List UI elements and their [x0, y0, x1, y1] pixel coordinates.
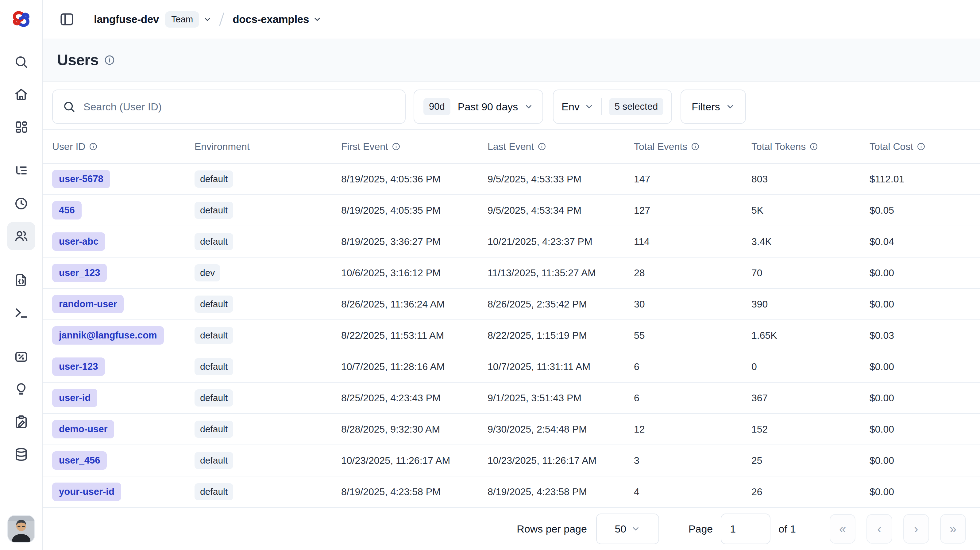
user-id-cell: user-5678 — [52, 170, 194, 188]
table-row[interactable]: your-user-id default 8/19/2025, 4:23:58 … — [43, 476, 980, 508]
user-id-badge[interactable]: user-5678 — [52, 170, 110, 188]
time-range-chip: 90d — [423, 98, 450, 115]
first-event-cell: 8/19/2025, 4:05:35 PM — [341, 205, 488, 216]
user-id-badge[interactable]: user-123 — [52, 357, 105, 376]
org-name[interactable]: langfuse-dev — [94, 13, 159, 25]
column-info-icon[interactable] — [917, 142, 925, 151]
user-id-badge[interactable]: user_456 — [52, 451, 107, 470]
user-id-badge[interactable]: your-user-id — [52, 483, 121, 501]
total-cost-cell: $0.00 — [870, 486, 980, 498]
sidebar-item-search[interactable] — [7, 48, 35, 76]
column-info-icon[interactable] — [538, 142, 546, 151]
column-header[interactable]: Total Events — [634, 141, 751, 152]
page-info-icon[interactable] — [104, 55, 115, 66]
user-id-badge[interactable]: user-id — [52, 389, 97, 407]
user-id-badge[interactable]: user_123 — [52, 264, 107, 282]
rows-per-page-select[interactable]: 50 — [596, 514, 659, 544]
sidebar-item-playground[interactable] — [7, 299, 35, 327]
user-id-badge[interactable]: 456 — [52, 201, 82, 220]
table-row[interactable]: 456 default 8/19/2025, 4:05:35 PM 9/5/20… — [43, 195, 980, 226]
sidebar-item-prompts[interactable] — [7, 266, 35, 294]
total-tokens-cell: 5K — [751, 205, 870, 216]
panel-left-icon — [59, 11, 75, 27]
sidebar-item-users[interactable] — [7, 222, 35, 250]
column-info-icon[interactable] — [691, 142, 700, 151]
total-tokens-cell: 152 — [751, 424, 870, 435]
user-id-badge[interactable]: user-abc — [52, 232, 105, 251]
page-label: Page — [689, 523, 713, 535]
environment-cell: default — [194, 170, 341, 188]
column-header-label: User ID — [52, 141, 85, 152]
total-cost-cell: $112.01 — [870, 174, 980, 185]
environment-badge: dev — [194, 264, 220, 281]
total-cost-cell: $0.00 — [870, 455, 980, 466]
environment-badge: default — [194, 233, 233, 250]
table-row[interactable]: user_456 default 10/23/2025, 11:26:17 AM… — [43, 445, 980, 476]
sidebar-item-tracing[interactable] — [7, 157, 35, 185]
total-cost-cell: $0.00 — [870, 267, 980, 279]
column-header[interactable]: Environment — [194, 141, 341, 152]
sidebar-item-annotation[interactable] — [7, 408, 35, 436]
app-root: langfuse-dev Team docs-examples Users 90… — [0, 0, 980, 550]
time-range-button[interactable]: 90d Past 90 days — [414, 90, 543, 124]
column-header[interactable]: User ID — [52, 141, 194, 152]
user-id-badge[interactable]: jannik@langfuse.com — [52, 326, 164, 345]
total-tokens-cell: 3.4K — [751, 236, 870, 247]
table-row[interactable]: user-5678 default 8/19/2025, 4:05:36 PM … — [43, 164, 980, 195]
last-event-cell: 9/1/2025, 3:51:43 PM — [488, 392, 634, 404]
column-header[interactable]: Total Cost — [870, 141, 980, 152]
filters-button[interactable]: Filters — [681, 90, 746, 124]
sidebar-item-scores[interactable] — [7, 343, 35, 371]
environment-filter-button[interactable]: Env 5 selected — [553, 90, 672, 124]
next-page-button[interactable]: › — [903, 514, 929, 544]
last-page-button[interactable]: » — [940, 514, 966, 544]
column-info-icon[interactable] — [392, 142, 400, 151]
chevron-down-icon[interactable] — [203, 15, 212, 24]
table-row[interactable]: user_123 dev 10/6/2025, 3:16:12 PM 11/13… — [43, 258, 980, 289]
topbar: langfuse-dev Team docs-examples — [43, 0, 980, 39]
column-header[interactable]: First Event — [341, 141, 488, 152]
search-box[interactable] — [52, 90, 406, 124]
user-id-cell: demo-user — [52, 420, 194, 438]
environment-cell: dev — [194, 264, 341, 281]
environment-filter-label: Env — [562, 101, 580, 113]
sidebar-item-sessions[interactable] — [7, 189, 35, 218]
sidebar-item-datasets[interactable] — [7, 440, 35, 468]
table-row[interactable]: random-user default 8/26/2025, 11:36:24 … — [43, 289, 980, 320]
search-icon — [14, 55, 29, 69]
environment-cell: default — [194, 296, 341, 313]
column-info-icon[interactable] — [810, 142, 818, 151]
sidebar-nav — [7, 48, 35, 473]
first-event-cell: 8/28/2025, 9:32:30 AM — [341, 424, 488, 435]
last-event-cell: 10/21/2025, 4:23:37 PM — [488, 236, 634, 247]
sidebar-item-insights[interactable] — [7, 375, 35, 403]
project-name[interactable]: docs-examples — [232, 13, 309, 25]
search-icon — [63, 100, 75, 113]
column-info-icon[interactable] — [89, 142, 97, 151]
last-event-cell: 9/5/2025, 4:53:33 PM — [488, 174, 634, 185]
first-page-button[interactable]: « — [830, 514, 856, 544]
table-row[interactable]: demo-user default 8/28/2025, 9:32:30 AM … — [43, 414, 980, 445]
column-header[interactable]: Total Tokens — [751, 141, 870, 152]
table-row[interactable]: user-123 default 10/7/2025, 11:28:16 AM … — [43, 351, 980, 383]
breadcrumb-separator — [219, 13, 224, 26]
environment-cell: default — [194, 327, 341, 344]
table-row[interactable]: user-abc default 8/19/2025, 3:36:27 PM 1… — [43, 226, 980, 258]
table-row[interactable]: jannik@langfuse.com default 8/22/2025, 1… — [43, 320, 980, 351]
page-number-input[interactable] — [721, 514, 770, 544]
sidebar-item-dashboards[interactable] — [7, 113, 35, 141]
total-events-cell: 12 — [634, 424, 751, 435]
sidebar-item-home[interactable] — [7, 80, 35, 109]
chevron-down-icon[interactable] — [313, 15, 322, 24]
user-id-badge[interactable]: random-user — [52, 295, 124, 313]
column-header[interactable]: Last Event — [488, 141, 634, 152]
table-body: user-5678 default 8/19/2025, 4:05:36 PM … — [43, 164, 980, 508]
search-input[interactable] — [83, 101, 405, 113]
user-avatar[interactable] — [8, 516, 34, 542]
user-id-badge[interactable]: demo-user — [52, 420, 114, 438]
total-events-cell: 28 — [634, 267, 751, 279]
environment-badge: default — [194, 327, 233, 344]
sidebar-toggle-button[interactable] — [57, 10, 77, 29]
previous-page-button[interactable]: ‹ — [867, 514, 892, 544]
table-row[interactable]: user-id default 8/25/2025, 4:23:43 PM 9/… — [43, 383, 980, 414]
